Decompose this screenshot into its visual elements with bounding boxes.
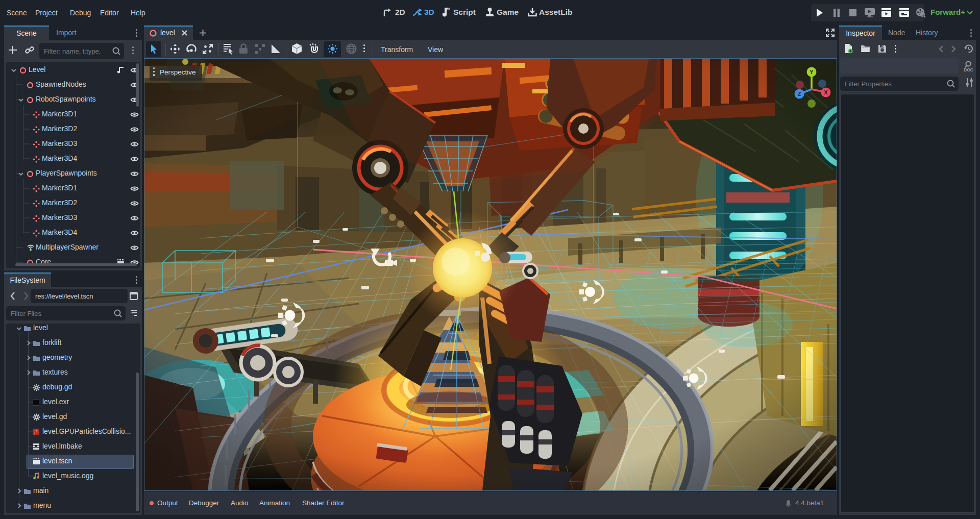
- svg-text:Y: Y: [810, 69, 814, 75]
- svg-text:DOC: DOC: [964, 67, 973, 72]
- svg-text:Z: Z: [798, 91, 801, 97]
- svg-text:X: X: [824, 89, 828, 95]
